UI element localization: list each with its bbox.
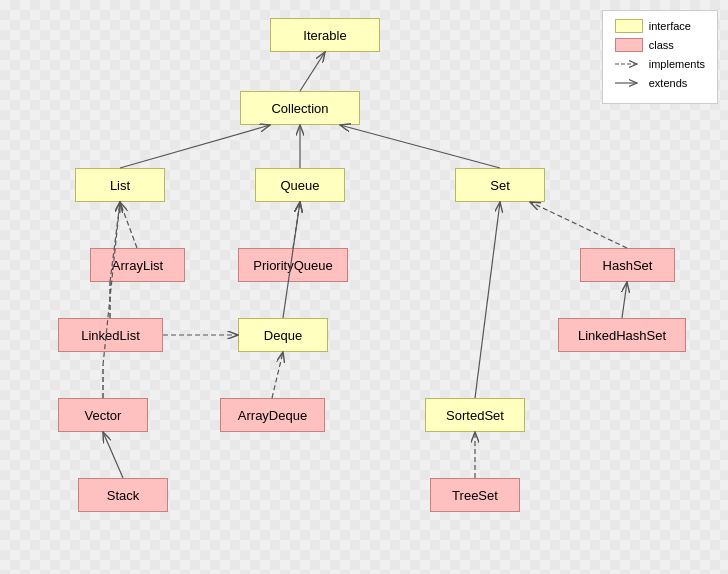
box-sortedset: SortedSet bbox=[425, 398, 525, 432]
box-priorityqueue: PriorityQueue bbox=[238, 248, 348, 282]
legend-class-label: class bbox=[649, 39, 674, 51]
legend-class-row: class bbox=[615, 38, 705, 52]
svg-line-13 bbox=[272, 352, 283, 398]
box-linkedhashset: LinkedHashSet bbox=[558, 318, 686, 352]
box-queue: Queue bbox=[255, 168, 345, 202]
svg-line-6 bbox=[120, 202, 137, 248]
svg-line-12 bbox=[103, 432, 123, 478]
svg-line-14 bbox=[530, 202, 627, 248]
legend-implements-label: implements bbox=[649, 58, 705, 70]
legend-extends-row: extends bbox=[615, 76, 705, 90]
svg-line-0 bbox=[300, 52, 325, 91]
box-set: Set bbox=[455, 168, 545, 202]
svg-line-3 bbox=[340, 125, 500, 168]
box-deque: Deque bbox=[238, 318, 328, 352]
svg-line-4 bbox=[293, 202, 300, 248]
diagram-container: Iterable Collection List Queue Set Deque… bbox=[0, 0, 728, 574]
box-list: List bbox=[75, 168, 165, 202]
box-iterable: Iterable bbox=[270, 18, 380, 52]
box-vector: Vector bbox=[58, 398, 148, 432]
legend-implements-line bbox=[615, 57, 643, 71]
box-stack: Stack bbox=[78, 478, 168, 512]
legend-class-box bbox=[615, 38, 643, 52]
box-linkedlist: LinkedList bbox=[58, 318, 163, 352]
box-arraylist: ArrayList bbox=[90, 248, 185, 282]
box-arraydeque: ArrayDeque bbox=[220, 398, 325, 432]
box-hashset: HashSet bbox=[580, 248, 675, 282]
legend: interface class implements bbox=[602, 10, 718, 104]
legend-interface-label: interface bbox=[649, 20, 691, 32]
svg-line-15 bbox=[622, 282, 627, 318]
legend-implements-row: implements bbox=[615, 57, 705, 71]
legend-interface-row: interface bbox=[615, 19, 705, 33]
svg-line-1 bbox=[120, 125, 270, 168]
legend-extends-line bbox=[615, 76, 643, 90]
box-collection: Collection bbox=[240, 91, 360, 125]
legend-interface-box bbox=[615, 19, 643, 33]
legend-extends-label: extends bbox=[649, 77, 688, 89]
svg-line-16 bbox=[475, 202, 500, 398]
box-treeset: TreeSet bbox=[430, 478, 520, 512]
